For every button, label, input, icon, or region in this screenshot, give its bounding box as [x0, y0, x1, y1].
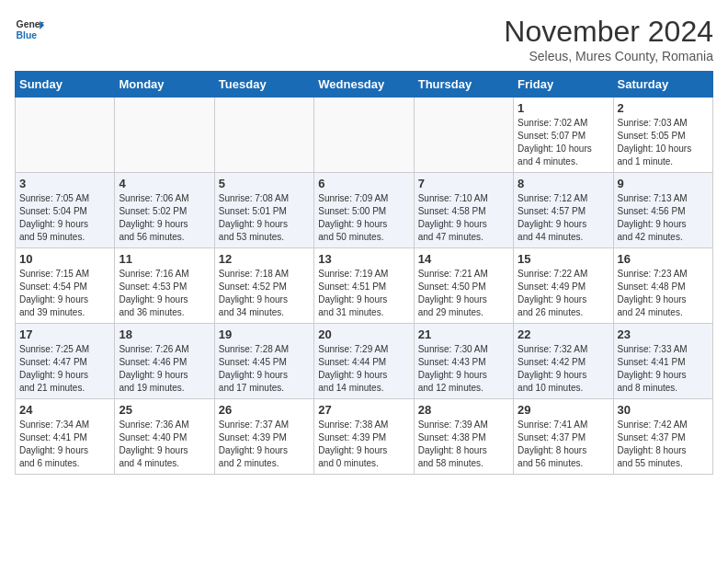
day-number: 4 [119, 177, 210, 190]
day-info: Sunrise: 7:19 AM Sunset: 4:51 PM Dayligh… [318, 268, 409, 319]
day-number: 30 [618, 403, 709, 417]
calendar-cell: 2Sunrise: 7:03 AM Sunset: 5:05 PM Daylig… [613, 98, 712, 173]
calendar-cell: 14Sunrise: 7:21 AM Sunset: 4:50 PM Dayli… [414, 248, 513, 324]
calendar-cell: 24Sunrise: 7:34 AM Sunset: 4:41 PM Dayli… [16, 399, 115, 475]
day-info: Sunrise: 7:10 AM Sunset: 4:58 PM Dayligh… [418, 192, 509, 244]
day-info: Sunrise: 7:29 AM Sunset: 4:44 PM Dayligh… [318, 343, 409, 395]
day-number: 5 [219, 177, 310, 190]
day-info: Sunrise: 7:28 AM Sunset: 4:45 PM Dayligh… [219, 343, 310, 395]
location-title: Seleus, Mures County, Romania [504, 49, 713, 63]
weekday-header-wednesday: Wednesday [314, 72, 414, 98]
day-info: Sunrise: 7:36 AM Sunset: 4:40 PM Dayligh… [119, 419, 210, 470]
day-info: Sunrise: 7:32 AM Sunset: 4:42 PM Dayligh… [518, 343, 609, 395]
day-info: Sunrise: 7:12 AM Sunset: 4:57 PM Dayligh… [518, 192, 609, 244]
calendar-cell: 10Sunrise: 7:15 AM Sunset: 4:54 PM Dayli… [16, 248, 115, 324]
calendar-cell [214, 98, 313, 173]
calendar-cell: 21Sunrise: 7:30 AM Sunset: 4:43 PM Dayli… [414, 324, 513, 399]
calendar-table: SundayMondayTuesdayWednesdayThursdayFrid… [15, 71, 713, 475]
day-info: Sunrise: 7:21 AM Sunset: 4:50 PM Dayligh… [418, 268, 509, 319]
day-info: Sunrise: 7:34 AM Sunset: 4:41 PM Dayligh… [19, 419, 110, 470]
calendar-cell: 27Sunrise: 7:38 AM Sunset: 4:39 PM Dayli… [314, 399, 414, 475]
day-info: Sunrise: 7:30 AM Sunset: 4:43 PM Dayligh… [418, 343, 509, 395]
day-number: 14 [418, 252, 509, 266]
calendar-cell: 25Sunrise: 7:36 AM Sunset: 4:40 PM Dayli… [115, 399, 214, 475]
calendar-cell: 28Sunrise: 7:39 AM Sunset: 4:38 PM Dayli… [414, 399, 513, 475]
calendar-cell: 5Sunrise: 7:08 AM Sunset: 5:01 PM Daylig… [214, 173, 313, 248]
day-info: Sunrise: 7:39 AM Sunset: 4:38 PM Dayligh… [418, 419, 509, 470]
day-number: 19 [219, 327, 310, 341]
day-number: 10 [19, 252, 110, 266]
day-info: Sunrise: 7:22 AM Sunset: 4:49 PM Dayligh… [518, 268, 609, 319]
calendar-cell: 17Sunrise: 7:25 AM Sunset: 4:47 PM Dayli… [16, 324, 115, 399]
day-info: Sunrise: 7:26 AM Sunset: 4:46 PM Dayligh… [119, 343, 210, 395]
month-title: November 2024 [504, 15, 713, 49]
week-row-3: 10Sunrise: 7:15 AM Sunset: 4:54 PM Dayli… [16, 248, 713, 324]
day-info: Sunrise: 7:05 AM Sunset: 5:04 PM Dayligh… [19, 192, 110, 244]
day-number: 1 [518, 101, 609, 115]
calendar-cell: 6Sunrise: 7:09 AM Sunset: 5:00 PM Daylig… [314, 173, 414, 248]
calendar-cell: 7Sunrise: 7:10 AM Sunset: 4:58 PM Daylig… [414, 173, 513, 248]
day-number: 24 [19, 403, 110, 417]
day-info: Sunrise: 7:09 AM Sunset: 5:00 PM Dayligh… [318, 192, 409, 244]
calendar-cell: 9Sunrise: 7:13 AM Sunset: 4:56 PM Daylig… [613, 173, 712, 248]
day-info: Sunrise: 7:25 AM Sunset: 4:47 PM Dayligh… [19, 343, 110, 395]
calendar-cell: 18Sunrise: 7:26 AM Sunset: 4:46 PM Dayli… [115, 324, 214, 399]
calendar-cell [414, 98, 513, 173]
day-info: Sunrise: 7:37 AM Sunset: 4:39 PM Dayligh… [219, 419, 310, 470]
day-info: Sunrise: 7:33 AM Sunset: 4:41 PM Dayligh… [618, 343, 709, 395]
day-number: 7 [418, 177, 509, 190]
calendar-cell [314, 98, 414, 173]
day-number: 8 [518, 177, 609, 190]
day-info: Sunrise: 7:15 AM Sunset: 4:54 PM Dayligh… [19, 268, 110, 319]
day-info: Sunrise: 7:02 AM Sunset: 5:07 PM Dayligh… [518, 117, 609, 168]
day-info: Sunrise: 7:23 AM Sunset: 4:48 PM Dayligh… [618, 268, 709, 319]
calendar-cell: 16Sunrise: 7:23 AM Sunset: 4:48 PM Dayli… [613, 248, 712, 324]
calendar-cell: 11Sunrise: 7:16 AM Sunset: 4:53 PM Dayli… [115, 248, 214, 324]
day-info: Sunrise: 7:08 AM Sunset: 5:01 PM Dayligh… [219, 192, 310, 244]
calendar-cell: 20Sunrise: 7:29 AM Sunset: 4:44 PM Dayli… [314, 324, 414, 399]
day-number: 20 [318, 327, 409, 341]
weekday-header-sunday: Sunday [16, 72, 115, 98]
logo-icon: General Blue [15, 15, 44, 44]
calendar-cell: 29Sunrise: 7:41 AM Sunset: 4:37 PM Dayli… [514, 399, 613, 475]
day-number: 29 [518, 403, 609, 417]
day-number: 2 [618, 101, 709, 115]
day-info: Sunrise: 7:18 AM Sunset: 4:52 PM Dayligh… [219, 268, 310, 319]
calendar-cell: 3Sunrise: 7:05 AM Sunset: 5:04 PM Daylig… [16, 173, 115, 248]
calendar-cell: 30Sunrise: 7:42 AM Sunset: 4:37 PM Dayli… [613, 399, 712, 475]
header: General Blue November 2024 Seleus, Mures… [15, 15, 713, 63]
day-info: Sunrise: 7:06 AM Sunset: 5:02 PM Dayligh… [119, 192, 210, 244]
day-info: Sunrise: 7:38 AM Sunset: 4:39 PM Dayligh… [318, 419, 409, 470]
day-info: Sunrise: 7:03 AM Sunset: 5:05 PM Dayligh… [618, 117, 709, 168]
week-row-2: 3Sunrise: 7:05 AM Sunset: 5:04 PM Daylig… [16, 173, 713, 248]
calendar-cell: 22Sunrise: 7:32 AM Sunset: 4:42 PM Dayli… [514, 324, 613, 399]
day-number: 22 [518, 327, 609, 341]
calendar-cell: 12Sunrise: 7:18 AM Sunset: 4:52 PM Dayli… [214, 248, 313, 324]
day-info: Sunrise: 7:16 AM Sunset: 4:53 PM Dayligh… [119, 268, 210, 319]
calendar-cell [115, 98, 214, 173]
day-number: 27 [318, 403, 409, 417]
week-row-4: 17Sunrise: 7:25 AM Sunset: 4:47 PM Dayli… [16, 324, 713, 399]
calendar-cell [16, 98, 115, 173]
calendar-cell: 26Sunrise: 7:37 AM Sunset: 4:39 PM Dayli… [214, 399, 313, 475]
svg-text:Blue: Blue [17, 30, 38, 40]
weekday-header-saturday: Saturday [613, 72, 712, 98]
calendar-cell: 8Sunrise: 7:12 AM Sunset: 4:57 PM Daylig… [514, 173, 613, 248]
weekday-header-thursday: Thursday [414, 72, 513, 98]
calendar-cell: 4Sunrise: 7:06 AM Sunset: 5:02 PM Daylig… [115, 173, 214, 248]
day-number: 11 [119, 252, 210, 266]
day-number: 25 [119, 403, 210, 417]
calendar-cell: 19Sunrise: 7:28 AM Sunset: 4:45 PM Dayli… [214, 324, 313, 399]
day-number: 9 [618, 177, 709, 190]
day-number: 3 [19, 177, 110, 190]
calendar-cell: 15Sunrise: 7:22 AM Sunset: 4:49 PM Dayli… [514, 248, 613, 324]
day-number: 6 [318, 177, 409, 190]
title-area: November 2024 Seleus, Mures County, Roma… [504, 15, 713, 63]
day-info: Sunrise: 7:13 AM Sunset: 4:56 PM Dayligh… [618, 192, 709, 244]
day-number: 13 [318, 252, 409, 266]
week-row-1: 1Sunrise: 7:02 AM Sunset: 5:07 PM Daylig… [16, 98, 713, 173]
calendar-cell: 23Sunrise: 7:33 AM Sunset: 4:41 PM Dayli… [613, 324, 712, 399]
day-info: Sunrise: 7:41 AM Sunset: 4:37 PM Dayligh… [518, 419, 609, 470]
calendar-cell: 1Sunrise: 7:02 AM Sunset: 5:07 PM Daylig… [514, 98, 613, 173]
weekday-header-friday: Friday [514, 72, 613, 98]
